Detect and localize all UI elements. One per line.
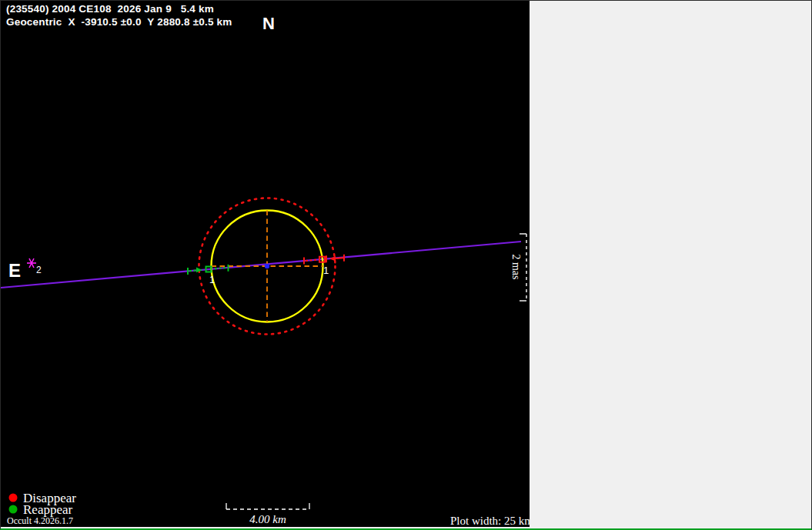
north-label: N (262, 14, 275, 33)
distance-scale-label: 4.00 km (249, 513, 286, 525)
plot-width-label: Plot width: 25 km (450, 515, 530, 527)
disappear-chord-number: 1 (323, 265, 329, 276)
plot-drawing: 1 1 N E 2 (1, 1, 530, 527)
fit-control-panel: Find best fit Center X 0.0 ▲ ▼ ✓ --- Mas… (530, 1, 812, 530)
distance-scale-bracket (226, 503, 309, 509)
predicted-star-icon (27, 258, 36, 268)
occultation-plot-canvas[interactable]: (235540) 2004 CE108 2026 Jan 9 5.4 km Ge… (1, 1, 530, 527)
occult-fit-window: (235540) 2004 CE108 2026 Jan 9 5.4 km Ge… (0, 0, 812, 530)
reappear-legend-dot (9, 505, 18, 514)
angular-scale-label: 2 mas (510, 254, 522, 279)
reappear-chord-number: 1 (209, 274, 215, 285)
star-path-chord (1, 242, 521, 288)
body-center-dot (265, 264, 269, 268)
disappear-marker (304, 255, 344, 265)
east-label: E (8, 260, 21, 281)
predicted-star-number: 2 (36, 265, 42, 275)
app-version-label: Occult 4.2026.1.7 (7, 515, 73, 526)
disappear-legend-dot (9, 494, 18, 502)
